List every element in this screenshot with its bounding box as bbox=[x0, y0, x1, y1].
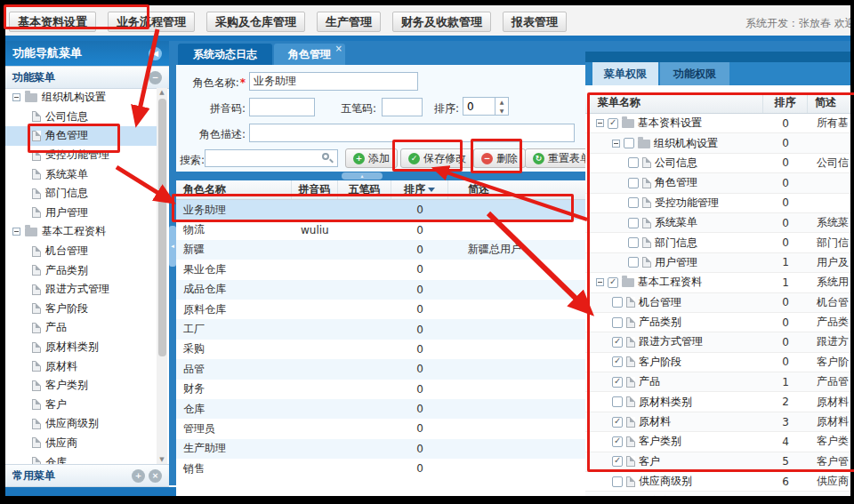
expander-icon[interactable] bbox=[596, 278, 604, 286]
sidebar-tree-item[interactable]: 跟进方式管理 bbox=[5, 280, 157, 300]
sidebar-tree-item[interactable]: 用户管理 bbox=[5, 204, 157, 223]
checkbox[interactable] bbox=[612, 476, 623, 487]
role-table-row[interactable]: 物流 wuliu 0 bbox=[176, 220, 585, 239]
top-menu-item[interactable]: 报表管理 bbox=[503, 12, 567, 32]
scroll-down-icon[interactable]: ▼ bbox=[157, 455, 167, 464]
spinner-down-icon[interactable] bbox=[495, 107, 508, 116]
role-table-row[interactable]: 管理员 0 bbox=[176, 419, 585, 438]
col-pinyin[interactable]: 拼音码 bbox=[292, 180, 338, 199]
permission-tree-item[interactable]: 用户管理 1 用户及 bbox=[585, 253, 850, 273]
role-table-row[interactable]: 业务助理 0 bbox=[176, 200, 585, 220]
col-menu-name[interactable]: 菜单名称 bbox=[585, 92, 763, 113]
pinyin-input[interactable] bbox=[249, 98, 315, 116]
role-table-row[interactable]: 财务 0 bbox=[176, 380, 585, 399]
col-sort[interactable]: 排序 bbox=[391, 180, 448, 199]
expander-icon[interactable] bbox=[12, 228, 20, 236]
checkbox[interactable] bbox=[612, 377, 623, 388]
role-table-row[interactable]: 销售 0 bbox=[176, 459, 585, 478]
remove-favorite-icon[interactable]: × bbox=[149, 469, 162, 483]
sidebar-scrollbar[interactable]: ▲ ▼ bbox=[157, 88, 167, 464]
sidebar-tree-item[interactable]: 受控功能管理 bbox=[5, 146, 157, 165]
tab-role-management[interactable]: 角色管理 bbox=[274, 44, 345, 65]
checkbox[interactable] bbox=[612, 317, 623, 328]
checkbox[interactable] bbox=[628, 218, 639, 228]
col-menu-desc[interactable]: 简述 bbox=[808, 92, 850, 113]
scroll-up-icon[interactable]: ▲ bbox=[157, 88, 167, 97]
permission-tree-item[interactable]: 供应商级别 6 供应商 bbox=[585, 472, 850, 492]
permission-tree-item[interactable]: 原材料 3 原材料 bbox=[585, 412, 850, 432]
expander-icon[interactable] bbox=[12, 93, 20, 101]
sidebar-footer-bar[interactable]: 常用菜单 + × bbox=[5, 464, 169, 487]
sidebar-tree-item[interactable]: 客户类别 bbox=[5, 376, 157, 396]
tab-system-log[interactable]: 系统动态日志 bbox=[178, 44, 272, 65]
permission-tree-item[interactable]: 部门信息 0 部门信 bbox=[585, 233, 850, 252]
splitter-handle-icon[interactable] bbox=[342, 172, 383, 180]
tab-menu-permissions[interactable]: 菜单权限 bbox=[592, 62, 658, 85]
permission-tree-item[interactable]: 公司信息 0 公司信 bbox=[585, 154, 850, 173]
close-tab-icon[interactable] bbox=[335, 44, 342, 53]
collapse-section-icon[interactable]: − bbox=[149, 71, 162, 84]
role-table-row[interactable]: 新疆 0 新疆总用户 bbox=[176, 240, 585, 260]
permission-tree-item[interactable]: 客户类别 4 客户类 bbox=[585, 432, 850, 452]
permission-tree-item[interactable]: 基本工程资料 1 系统用 bbox=[585, 273, 850, 292]
checkbox[interactable] bbox=[612, 456, 623, 467]
add-favorite-icon[interactable]: + bbox=[132, 469, 145, 483]
delete-button[interactable]: 删除 bbox=[473, 148, 526, 168]
permission-tree-item[interactable]: 跟进方式管理 0 跟进方 bbox=[585, 332, 850, 352]
sidebar-tree-item[interactable]: 部门信息 bbox=[5, 184, 157, 204]
role-table-row[interactable]: 原料仓库 0 bbox=[176, 300, 585, 319]
permission-tree-item[interactable]: 系统菜单 0 系统菜 bbox=[585, 213, 850, 233]
checkbox[interactable] bbox=[608, 277, 618, 288]
search-input[interactable] bbox=[205, 149, 338, 167]
permission-tree-item[interactable]: 组织机构设置 0 bbox=[585, 133, 850, 153]
top-menu-item[interactable]: 业务流程管理 bbox=[108, 12, 195, 32]
search-icon[interactable] bbox=[322, 153, 329, 160]
sort-input[interactable] bbox=[463, 98, 495, 115]
checkbox[interactable] bbox=[624, 138, 634, 148]
permission-tree-item[interactable]: 受控功能管理 0 bbox=[585, 194, 850, 213]
checkbox[interactable] bbox=[628, 197, 639, 208]
sidebar-section-bar[interactable]: 功能菜单 − bbox=[5, 66, 169, 89]
col-wubi[interactable]: 五笔码 bbox=[338, 180, 391, 199]
reset-form-button[interactable]: 重置表单 bbox=[525, 148, 585, 168]
permission-tree-item[interactable]: 客户阶段 0 客户阶 bbox=[585, 353, 850, 372]
checkbox[interactable] bbox=[612, 356, 623, 367]
splitter-collapse-icon[interactable] bbox=[169, 226, 176, 267]
checkbox[interactable] bbox=[628, 157, 639, 168]
checkbox[interactable] bbox=[608, 118, 618, 129]
top-menu-item[interactable]: 采购及仓库管理 bbox=[206, 12, 305, 32]
checkbox[interactable] bbox=[612, 436, 623, 447]
top-menu-item[interactable]: 生产管理 bbox=[317, 12, 381, 32]
permission-tree-item[interactable]: 产品 1 产品管 bbox=[585, 372, 850, 392]
checkbox[interactable] bbox=[612, 297, 623, 308]
checkbox[interactable] bbox=[612, 337, 623, 348]
sidebar-tree-item[interactable]: 机台管理 bbox=[5, 242, 157, 261]
sidebar-collapse-icon[interactable]: ◀ bbox=[149, 47, 162, 60]
role-table-row[interactable]: 工厂 0 bbox=[176, 319, 585, 339]
sidebar-tree-item[interactable]: 公司信息 bbox=[5, 108, 157, 127]
sidebar-tree-item[interactable]: 产品类别 bbox=[5, 260, 157, 280]
role-table-row[interactable]: 成品仓库 0 bbox=[176, 280, 585, 300]
permission-tree-item[interactable]: 供应商 bbox=[585, 492, 850, 496]
checkbox[interactable] bbox=[612, 396, 623, 407]
role-table-row[interactable]: 采购 0 bbox=[176, 340, 585, 359]
col-desc[interactable]: 简述 bbox=[448, 180, 585, 199]
tab-function-permissions[interactable]: 功能权限 bbox=[660, 62, 729, 85]
role-table-row[interactable]: 果业仓库 0 bbox=[176, 260, 585, 279]
sidebar-tree-item[interactable]: 供应商 bbox=[5, 434, 157, 453]
sidebar-tree-item[interactable]: 原材料类别 bbox=[5, 338, 157, 357]
role-table-row[interactable]: 品管 0 bbox=[176, 359, 585, 379]
sort-spinner[interactable] bbox=[463, 97, 509, 116]
checkbox[interactable] bbox=[628, 178, 639, 188]
sidebar-tree-item[interactable]: 供应商级别 bbox=[5, 414, 157, 434]
scrollbar-thumb[interactable] bbox=[158, 99, 166, 356]
top-menu-item[interactable]: 基本资料设置 bbox=[9, 12, 96, 32]
permission-tree-item[interactable]: 客户 5 客户管 bbox=[585, 452, 850, 472]
sidebar-tree-item[interactable]: 基本工程资料 bbox=[5, 222, 157, 242]
spinner-up-icon[interactable] bbox=[495, 98, 508, 107]
permission-tree-item[interactable]: 产品类别 0 产品类 bbox=[585, 313, 850, 332]
checkbox[interactable] bbox=[628, 237, 639, 248]
permission-tree-item[interactable]: 原材料类别 2 原材料 bbox=[585, 392, 850, 412]
role-table-row[interactable]: 生产助理 0 bbox=[176, 439, 585, 459]
save-button[interactable]: 保存修改 bbox=[400, 148, 474, 168]
